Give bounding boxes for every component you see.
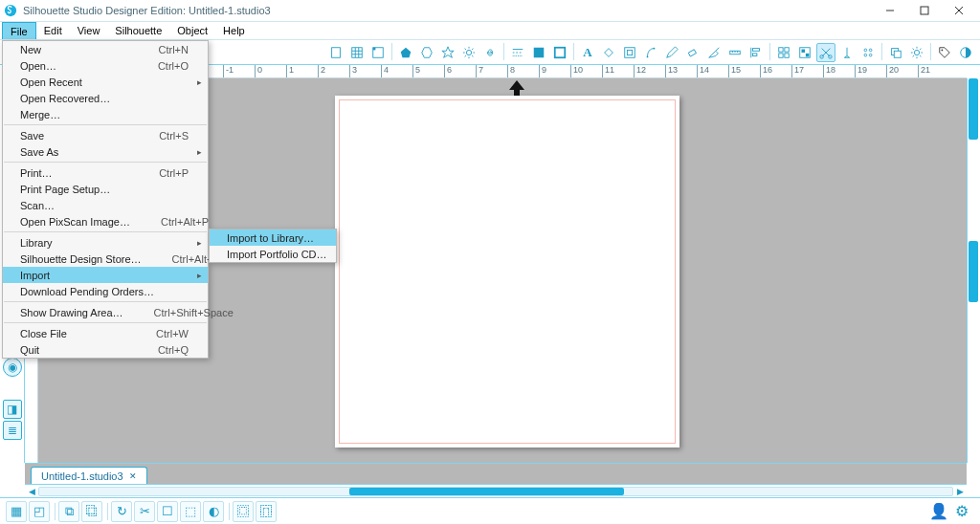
submenu-item-import-to-library[interactable]: Import to Library… — [210, 229, 336, 246]
menu-item-save-as[interactable]: Save As▸ — [3, 143, 208, 160]
rail-send-icon[interactable]: ◨ — [3, 400, 22, 419]
menu-item-silhouette-design-store[interactable]: Silhouette Design Store…Ctrl+Alt+S — [3, 251, 208, 267]
menu-item-library[interactable]: Library▸ — [3, 234, 208, 251]
bottom-ungroup-icon[interactable]: ⬚ — [180, 501, 201, 522]
right-panel-tab-mid[interactable] — [969, 241, 978, 302]
menu-silhouette[interactable]: Silhouette — [107, 22, 169, 39]
ruler-tool-icon[interactable] — [725, 43, 745, 62]
menu-view[interactable]: View — [70, 22, 108, 39]
scroll-left-icon[interactable]: ◀ — [25, 485, 38, 498]
menu-item-scan[interactable]: Scan… — [3, 197, 208, 213]
menu-item-label: Open Recovered… — [20, 93, 110, 104]
pencil-icon[interactable] — [662, 43, 681, 62]
menu-item-quit[interactable]: QuitCtrl+Q — [3, 341, 208, 358]
menu-item-label: New — [20, 44, 41, 55]
page[interactable] — [335, 96, 679, 448]
sun-icon[interactable] — [907, 43, 926, 62]
bottom-cut-icon[interactable]: ✂ — [134, 501, 155, 522]
reg-marks-icon[interactable] — [368, 43, 388, 62]
grid-icon[interactable] — [347, 43, 367, 62]
trace-icon[interactable] — [641, 43, 660, 62]
bottom-dup-icon[interactable]: ⿴ — [233, 501, 254, 522]
separator — [930, 43, 931, 60]
replicate-icon[interactable] — [774, 43, 793, 62]
settings-gear-icon[interactable]: ⚙ — [951, 501, 972, 522]
shape-spiral-icon[interactable] — [480, 43, 500, 62]
rail-queue-icon[interactable]: ≣ — [3, 421, 22, 440]
ruler-tick: 3 — [349, 65, 357, 78]
shape-gear-icon[interactable] — [459, 43, 479, 62]
separator — [573, 43, 574, 60]
submenu-item-import-portfolio-cd[interactable]: Import Portfolio CD… — [210, 246, 336, 262]
menu-item-open[interactable]: Open…Ctrl+O — [3, 57, 208, 74]
sketch-pen-icon[interactable] — [837, 43, 857, 62]
shape-pentagon-icon[interactable] — [396, 43, 415, 62]
menu-item-close-file[interactable]: Close FileCtrl+W — [3, 325, 208, 341]
menu-item-open-pixscan-image[interactable]: Open PixScan Image…Ctrl+Alt+P — [3, 213, 208, 229]
align-icon[interactable] — [746, 43, 766, 62]
rail-library-icon[interactable]: ◉ — [3, 358, 22, 377]
menu-item-merge[interactable]: Merge… — [3, 106, 208, 122]
right-panel-tab-top[interactable] — [969, 78, 978, 140]
weld-icon[interactable] — [599, 43, 618, 62]
bottom-pick-icon[interactable]: ◰ — [29, 501, 50, 522]
menu-item-show-drawing-area[interactable]: Show Drawing Area…Ctrl+Shift+Space — [3, 304, 208, 320]
close-tab-icon[interactable]: ✕ — [129, 471, 137, 481]
cut-settings-icon[interactable] — [816, 43, 835, 62]
menu-item-new[interactable]: NewCtrl+N — [3, 41, 208, 57]
knife-icon[interactable] — [704, 43, 724, 62]
shape-hexagon-icon[interactable] — [417, 43, 436, 62]
menu-help[interactable]: Help — [215, 22, 253, 39]
bottom-paste-icon[interactable]: ⿻ — [81, 501, 102, 522]
user-icon[interactable]: 👤 — [928, 501, 949, 522]
menu-item-label: Open Recent — [20, 76, 82, 88]
text-tool-icon[interactable]: A — [578, 43, 597, 62]
line-style-icon[interactable] — [508, 43, 527, 62]
menu-object[interactable]: Object — [169, 22, 215, 39]
eraser-icon[interactable] — [683, 43, 702, 62]
bottom-group-icon[interactable]: ☐ — [157, 501, 178, 522]
bottom-rotate-icon[interactable]: ↻ — [111, 501, 132, 522]
scroll-thumb[interactable] — [349, 488, 623, 495]
menu-item-label: Save As — [20, 146, 58, 158]
menu-item-label: Scan… — [20, 200, 55, 211]
offset-icon[interactable] — [620, 43, 639, 62]
nesting-icon[interactable] — [795, 43, 814, 62]
menu-item-open-recent[interactable]: Open Recent▸ — [3, 74, 208, 90]
rhinestone-icon[interactable] — [858, 43, 878, 62]
scroll-right-icon[interactable]: ▶ — [953, 485, 967, 498]
line-color-icon[interactable] — [550, 43, 569, 62]
close-button[interactable] — [942, 0, 976, 21]
menu-item-download-pending-orders[interactable]: Download Pending Orders… — [3, 283, 208, 299]
tag-icon[interactable] — [935, 43, 954, 62]
menu-item-print[interactable]: Print…Ctrl+P — [3, 164, 208, 181]
menu-item-save[interactable]: SaveCtrl+S — [3, 127, 208, 143]
shape-star-icon[interactable] — [438, 43, 457, 62]
menu-file[interactable]: File — [2, 22, 36, 39]
menu-item-print-page-setup[interactable]: Print Page Setup… — [3, 181, 208, 197]
menu-edit[interactable]: Edit — [36, 22, 70, 39]
scroll-track[interactable] — [38, 487, 953, 496]
submenu-arrow-icon: ▸ — [197, 271, 202, 280]
minimize-button[interactable] — [873, 0, 907, 21]
layers-icon[interactable] — [886, 43, 905, 62]
svg-rect-43 — [785, 47, 789, 51]
bottom-select-icon[interactable]: ▦ — [6, 501, 27, 522]
ruler-tick: 1 — [286, 65, 294, 78]
svg-rect-48 — [806, 53, 810, 56]
menubar: File Edit View Silhouette Object Help — [0, 21, 980, 40]
bottom-mirror-icon[interactable]: ◐ — [203, 501, 224, 522]
page-setup-icon[interactable] — [326, 43, 345, 62]
menu-item-import[interactable]: Import▸ — [3, 267, 208, 283]
document-tab[interactable]: Untitled-1.studio3 ✕ — [31, 467, 147, 484]
bottom-dup2-icon[interactable]: ⿵ — [256, 501, 277, 522]
bottom-copy-icon[interactable]: ⧉ — [58, 501, 79, 522]
theme-icon[interactable] — [956, 43, 975, 62]
ruler-tick: 11 — [602, 65, 614, 78]
fill-color-icon[interactable] — [529, 43, 548, 62]
maximize-button[interactable] — [907, 0, 942, 21]
ruler-tick: 16 — [760, 65, 772, 78]
page-cut-border — [339, 99, 676, 444]
menu-item-open-recovered[interactable]: Open Recovered… — [3, 90, 208, 106]
horizontal-scrollbar[interactable]: ◀ ▶ — [25, 484, 967, 497]
